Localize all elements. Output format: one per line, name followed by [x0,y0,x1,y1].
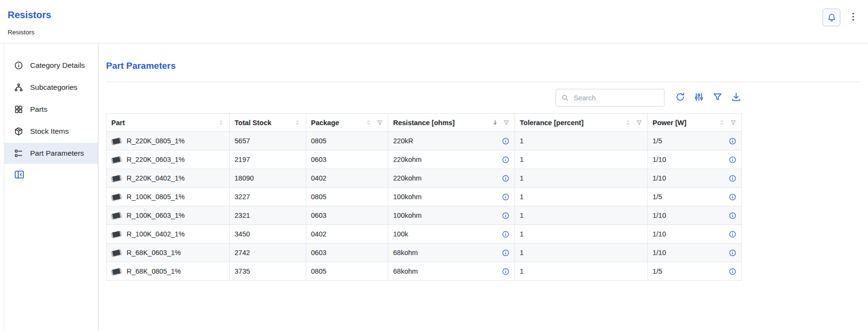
resistor-chip-icon [111,137,122,144]
content-area: Category DetailsSubcategoriesPartsStock … [4,43,868,331]
resistance-info-button[interactable] [502,174,510,182]
sidebar-item-subcategories[interactable]: Subcategories [4,77,98,98]
sidebar-item-category-details[interactable]: Category Details [4,55,98,76]
table-toolbar [106,89,741,107]
info-circle-icon [729,174,737,182]
column-label: Tolerance [percent] [520,119,620,127]
part-name: R_220K_0603_1% [127,156,185,163]
top-header: Resistors Resistors [0,0,868,43]
search-input[interactable] [573,94,659,102]
main-panel: Part Parameters PartTotal StockPackageRe… [98,43,868,331]
info-circle-icon [502,156,510,164]
power-info-button[interactable] [729,137,737,145]
column-filter-icon[interactable] [503,119,510,126]
total-stock-value: 3450 [235,230,250,238]
table-row[interactable]: R_100K_0402_1%34500402100k11/10 [107,225,742,244]
search-icon [561,94,569,102]
table-row[interactable]: R_100K_0603_1%23210603100kohm11/10 [107,206,742,225]
search-box [556,89,664,107]
resistance-info-button[interactable] [502,212,510,220]
download-button[interactable] [731,92,741,104]
header-actions [823,9,859,26]
part-parameters-table: PartTotal StockPackageResistance [ohms]T… [106,113,742,281]
info-circle-icon [729,212,737,220]
sidebar-items: Category DetailsSubcategoriesPartsStock … [4,55,98,164]
column-label: Resistance [ohms] [393,119,487,127]
resistance-info-button[interactable] [502,267,510,276]
column-filter-icon[interactable] [730,119,737,126]
power-value: 1/5 [653,193,662,201]
refresh-button[interactable] [675,92,686,104]
column-label: Package [311,119,361,127]
table-row[interactable]: R_68K_0805_1%3735080568kohm11/5 [107,262,742,281]
info-circle-icon [502,174,510,182]
column-header-total-stock[interactable]: Total Stock [230,114,306,132]
power-info-button[interactable] [729,249,737,257]
tolerance-value: 1 [520,230,524,238]
page-title: Resistors [8,10,51,21]
power-info-button[interactable] [729,267,737,276]
info-circle-icon [729,137,737,145]
column-header-package[interactable]: Package [306,114,388,132]
sidebar-item-stock-items[interactable]: Stock Items [4,121,98,142]
resistor-chip-icon [111,193,122,200]
sidebar-item-part-parameters[interactable]: Part Parameters [4,143,98,164]
notifications-button[interactable] [823,9,840,26]
resistance-value: 100kohm [393,193,422,201]
resistance-info-button[interactable] [502,230,510,238]
column-header-tolerance-percent[interactable]: Tolerance [percent] [515,114,648,132]
column-filter-icon[interactable] [376,119,383,126]
stock-box-icon [14,127,23,136]
resistance-info-button[interactable] [502,156,510,164]
resistance-info-button[interactable] [502,249,510,257]
column-header-resistance-ohms[interactable]: Resistance [ohms] [388,114,515,132]
filter-button[interactable] [712,92,723,104]
power-value: 1/10 [653,156,666,163]
column-label: Power [W] [653,119,714,127]
sort-updown-icon [718,119,726,126]
sidebar-item-label: Parts [30,105,47,114]
power-info-button[interactable] [729,174,737,182]
sidebar: Category DetailsSubcategoriesPartsStock … [4,43,98,331]
power-info-button[interactable] [729,212,737,220]
table-row[interactable]: R_220K_0805_1%56570805220kR11/5 [107,132,742,150]
total-stock-value: 5657 [235,137,250,145]
power-info-button[interactable] [729,230,737,238]
info-circle-icon [502,230,510,238]
total-stock-value: 3227 [235,193,250,201]
column-header-part[interactable]: Part [107,114,230,132]
part-name: R_220K_0805_1% [127,137,185,145]
resistor-chip-icon [111,267,122,275]
column-settings-button[interactable] [694,92,704,104]
tolerance-value: 1 [520,212,524,219]
table-row[interactable]: R_68K_0603_1%2742060368kohm11/10 [107,244,742,262]
resistance-info-button[interactable] [502,193,510,201]
download-icon [731,92,741,102]
column-filter-icon[interactable] [636,119,643,126]
table-row[interactable]: R_220K_0603_1%21970603220kohm11/10 [107,150,742,169]
part-name: R_68K_0603_1% [127,249,181,256]
power-info-button[interactable] [729,193,737,201]
more-options-button[interactable] [847,11,859,24]
sidebar-item-parts[interactable]: Parts [4,99,98,120]
resistance-info-button[interactable] [502,137,510,145]
table-body: R_220K_0805_1%56570805220kR11/5R_220K_06… [107,132,742,281]
column-header-power-w[interactable]: Power [W] [648,114,742,132]
power-value: 1/10 [653,174,666,182]
sidebar-item-label: Subcategories [30,83,77,92]
power-info-button[interactable] [729,156,737,164]
breadcrumb[interactable]: Resistors [8,29,51,36]
resistance-value: 220kohm [393,156,422,163]
info-circle-icon [729,156,737,164]
refresh-icon [675,92,686,102]
collapse-sidebar-button[interactable] [14,169,25,182]
info-circle-icon [502,267,510,276]
table-row[interactable]: R_100K_0805_1%32270805100kohm11/5 [107,188,742,206]
resistor-chip-icon [111,174,122,182]
column-settings-icon [694,92,704,102]
part-name: R_100K_0603_1% [127,212,185,219]
tolerance-value: 1 [520,174,524,182]
section-divider [106,82,860,82]
table-row[interactable]: R_220K_0402_1%180900402220kohm11/10 [107,169,742,188]
total-stock-value: 3735 [235,267,250,275]
